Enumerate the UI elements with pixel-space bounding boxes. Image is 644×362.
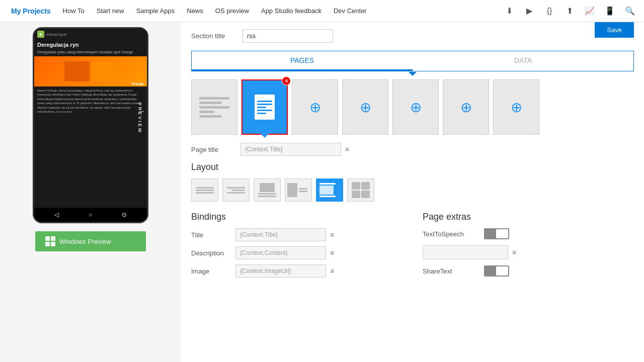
lo-line <box>299 191 307 192</box>
code-icon[interactable]: {} <box>540 0 558 22</box>
extra-text-input[interactable] <box>423 245 508 259</box>
mobile-icon[interactable]: 📱 <box>601 0 619 22</box>
phone-img-box-1 <box>64 61 90 81</box>
nav-dev-center[interactable]: Dev Center <box>328 0 373 22</box>
phone-content: ■ dobreprograr Deregulacja ryn Deregulac… <box>34 29 147 222</box>
lo-line <box>196 190 213 191</box>
share-text-toggle[interactable] <box>484 265 509 277</box>
lo-line <box>299 188 307 190</box>
search-icon[interactable]: 🔍 <box>621 0 639 22</box>
nav-how-to[interactable]: How To <box>57 0 91 22</box>
split-inner <box>287 181 309 199</box>
page-thumb-2-selected[interactable]: ✕ <box>242 79 288 135</box>
page-doc-icon <box>255 95 275 120</box>
page-add-btn-1[interactable]: ⊕ <box>292 79 338 135</box>
doc-line <box>257 107 266 108</box>
thumb-line <box>199 106 229 109</box>
binding-description-menu-icon[interactable]: ≡ <box>330 249 334 257</box>
brand-link[interactable]: My Projects <box>5 7 57 15</box>
download-icon[interactable]: ⬇ <box>500 0 518 22</box>
binding-row-title: Title ≡ <box>191 228 403 241</box>
page-thumb-selected-inner <box>243 80 287 134</box>
layout-option-image[interactable] <box>254 178 281 202</box>
share-text-toggle-knob <box>496 266 508 276</box>
win-icon-quad-1 <box>45 236 50 241</box>
chart-icon[interactable]: 📈 <box>581 0 599 22</box>
phone-article-title: Deregulacja ryn <box>34 40 147 50</box>
page-add-btn-5[interactable]: ⊕ <box>493 79 539 135</box>
binding-row-image: Image ≡ <box>191 264 403 278</box>
phone-search-btn[interactable]: ⊙ <box>122 211 127 218</box>
thumb-line <box>199 115 222 118</box>
layout-option-card[interactable] <box>316 178 343 202</box>
nav-sample-apps[interactable]: Sample Apps <box>130 0 181 22</box>
left-panel: ■ dobreprograr Deregulacja ryn Deregulac… <box>0 22 181 362</box>
binding-image-menu-icon[interactable]: ≡ <box>330 267 334 275</box>
plus-icon-5: ⊕ <box>511 99 522 116</box>
page-thumb-1[interactable] <box>191 79 237 135</box>
play-icon[interactable]: ▶ <box>520 0 538 22</box>
nav-app-studio-feedback[interactable]: App Studio feedback <box>255 0 328 22</box>
page-close-button[interactable]: ✕ <box>282 76 291 85</box>
doc-arrow <box>260 133 270 138</box>
grid-cell <box>352 182 360 190</box>
page-title-label: Page title <box>191 146 236 153</box>
binding-title-label: Title <box>191 231 231 239</box>
bottom-columns: Bindings Title ≡ Description ≡ Image ≡ <box>191 212 634 283</box>
nav-start-new[interactable]: Start new <box>91 0 130 22</box>
phone-header: ■ dobreprograr <box>34 29 147 40</box>
lo-line <box>196 192 213 194</box>
layout-option-indent[interactable] <box>222 178 250 202</box>
binding-row-description: Description ≡ <box>191 246 403 259</box>
layout-option-grid[interactable] <box>347 178 374 202</box>
page-add-btn-3[interactable]: ⊕ <box>392 79 439 135</box>
phone-article-subtitle: Deregulacja rynku usług internetowych ro… <box>34 50 147 56</box>
windows-icon <box>45 236 55 246</box>
upload-icon[interactable]: ⬆ <box>560 0 579 22</box>
share-text-label: ShareText <box>423 267 478 275</box>
tab-pages[interactable]: PAGES <box>192 51 413 71</box>
win-icon-quad-2 <box>51 236 55 241</box>
win-icon-quad-3 <box>45 242 50 246</box>
windows-preview-button[interactable]: Windows Preview <box>35 231 146 251</box>
tab-pages-pointer <box>409 72 417 76</box>
phone-screen: ■ dobreprograr Deregulacja ryn Deregulac… <box>34 29 147 222</box>
page-title-menu-icon[interactable]: ≡ <box>345 145 349 153</box>
binding-title-menu-icon[interactable]: ≡ <box>330 231 334 239</box>
page-add-btn-2[interactable]: ⊕ <box>342 79 388 135</box>
lo-line-active <box>319 183 336 185</box>
section-title-input[interactable] <box>243 29 333 43</box>
binding-description-input[interactable] <box>235 246 326 259</box>
layout-label: Layout <box>191 162 634 172</box>
phone-mockup: ■ dobreprograr Deregulacja ryn Deregulac… <box>33 27 148 223</box>
card-inner <box>318 182 341 198</box>
phone-home-btn[interactable]: ○ <box>89 211 92 218</box>
binding-title-input[interactable] <box>235 228 326 241</box>
page-title-input[interactable] <box>240 143 341 156</box>
thumb-line <box>199 111 214 113</box>
plus-icon-3: ⊕ <box>410 99 422 116</box>
doc-line <box>257 101 272 102</box>
nav-news[interactable]: News <box>181 0 209 22</box>
right-panel: Save Section title PAGES DATA <box>181 22 644 362</box>
extra-row-share: ShareText <box>423 265 634 277</box>
phone-img-box-2 <box>92 61 117 81</box>
lo-image <box>260 183 275 192</box>
phone-body-text: Klienci Orange, którzy korzystają z usłu… <box>34 86 147 116</box>
layout-section: Layout <box>191 162 634 202</box>
orange-label: Orange <box>131 82 144 85</box>
binding-image-input[interactable] <box>235 264 326 278</box>
nav-os-preview[interactable]: OS preview <box>209 0 255 22</box>
grid-cell <box>361 191 370 198</box>
tts-toggle[interactable] <box>484 228 509 239</box>
split-right <box>299 188 309 192</box>
phone-back-btn[interactable]: ◁ <box>54 211 59 218</box>
lo-line <box>227 192 245 194</box>
layout-option-split[interactable] <box>285 178 312 202</box>
save-button[interactable]: Save <box>595 22 634 38</box>
extra-text-menu-icon[interactable]: ≡ <box>512 248 516 256</box>
layout-option-lines[interactable] <box>191 178 218 202</box>
tab-data[interactable]: DATA <box>413 51 633 71</box>
page-add-btn-4[interactable]: ⊕ <box>443 79 489 135</box>
phone-app-icon: ■ <box>37 31 44 38</box>
